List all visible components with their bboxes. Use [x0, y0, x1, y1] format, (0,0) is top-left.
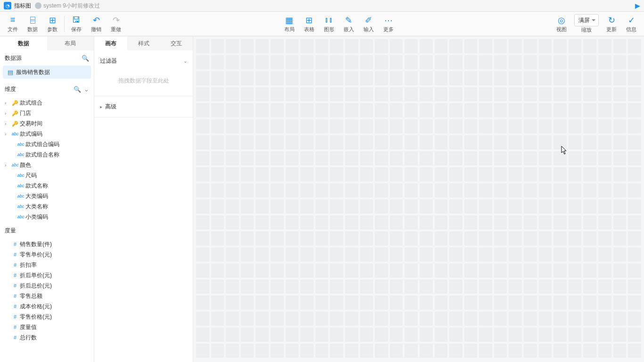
chart-button[interactable]: ⫾⫾图形 — [320, 14, 338, 34]
canvas-cell[interactable] — [271, 312, 284, 326]
canvas-cell[interactable] — [211, 296, 224, 310]
canvas-cell[interactable] — [464, 231, 478, 246]
canvas-cell[interactable] — [360, 135, 373, 149]
canvas-cell[interactable] — [360, 71, 373, 85]
canvas-cell[interactable] — [241, 231, 254, 246]
canvas-cell[interactable] — [628, 231, 641, 246]
canvas-cell[interactable] — [449, 135, 462, 149]
measure-item[interactable]: #销售数量(件) — [0, 239, 94, 249]
canvas-cell[interactable] — [435, 199, 448, 214]
canvas-cell[interactable] — [241, 103, 254, 117]
canvas-cell[interactable] — [211, 263, 224, 278]
canvas-cell[interactable] — [360, 231, 373, 246]
canvas-cell[interactable] — [613, 280, 627, 294]
canvas-cell[interactable] — [330, 199, 343, 214]
canvas-cell[interactable] — [315, 247, 329, 262]
canvas-cell[interactable] — [553, 231, 567, 246]
canvas-cell[interactable] — [449, 296, 462, 310]
design-canvas[interactable] — [193, 36, 644, 362]
canvas-cell[interactable] — [211, 151, 224, 165]
canvas-cell[interactable] — [509, 87, 522, 101]
canvas-cell[interactable] — [315, 167, 329, 181]
canvas-cell[interactable] — [286, 103, 299, 117]
canvas-cell[interactable] — [390, 183, 403, 197]
canvas-cell[interactable] — [598, 328, 611, 342]
canvas-cell[interactable] — [256, 263, 269, 278]
save-button[interactable]: 🖫保存 — [67, 14, 85, 34]
canvas-cell[interactable] — [241, 87, 254, 101]
canvas-cell[interactable] — [524, 247, 537, 262]
canvas-cell[interactable] — [241, 247, 254, 262]
canvas-cell[interactable] — [464, 296, 478, 310]
canvas-cell[interactable] — [375, 119, 388, 133]
canvas-cell[interactable] — [494, 312, 507, 326]
canvas-cell[interactable] — [524, 312, 537, 326]
canvas-cell[interactable] — [286, 296, 299, 310]
canvas-cell[interactable] — [449, 312, 462, 326]
canvas-cell[interactable] — [464, 55, 478, 69]
canvas-cell[interactable] — [583, 103, 596, 117]
canvas-cell[interactable] — [583, 199, 596, 214]
measure-item[interactable]: #度量值 — [0, 322, 94, 332]
canvas-cell[interactable] — [211, 119, 224, 133]
canvas-cell[interactable] — [494, 167, 507, 181]
canvas-cell[interactable] — [390, 215, 403, 230]
canvas-cell[interactable] — [464, 312, 478, 326]
measure-item[interactable]: #折后单价(元) — [0, 270, 94, 280]
canvas-cell[interactable] — [405, 231, 418, 246]
canvas-cell[interactable] — [539, 135, 552, 149]
canvas-cell[interactable] — [330, 183, 343, 197]
measure-item[interactable]: #折后总价(元) — [0, 280, 94, 291]
canvas-cell[interactable] — [613, 55, 627, 69]
canvas-cell[interactable] — [211, 183, 224, 197]
canvas-cell[interactable] — [553, 183, 567, 197]
canvas-cell[interactable] — [553, 135, 567, 149]
dimension-item[interactable]: ›abc颜色 — [0, 160, 94, 170]
canvas-cell[interactable] — [539, 296, 552, 310]
canvas-cell[interactable] — [330, 55, 343, 69]
canvas-cell[interactable] — [405, 71, 418, 85]
canvas-cell[interactable] — [360, 263, 373, 278]
canvas-cell[interactable] — [569, 247, 582, 262]
canvas-cell[interactable] — [583, 344, 596, 358]
canvas-cell[interactable] — [226, 280, 239, 294]
canvas-cell[interactable] — [375, 231, 388, 246]
canvas-cell[interactable] — [345, 312, 358, 326]
canvas-cell[interactable] — [256, 167, 269, 181]
canvas-cell[interactable] — [315, 135, 329, 149]
canvas-cell[interactable] — [420, 55, 433, 69]
canvas-cell[interactable] — [211, 231, 224, 246]
canvas-cell[interactable] — [464, 247, 478, 262]
canvas-cell[interactable] — [390, 344, 403, 358]
canvas-cell[interactable] — [539, 328, 552, 342]
canvas-cell[interactable] — [390, 71, 403, 85]
canvas-cell[interactable] — [300, 103, 314, 117]
canvas-cell[interactable] — [345, 247, 358, 262]
canvas-cell[interactable] — [405, 215, 418, 230]
canvas-cell[interactable] — [330, 167, 343, 181]
canvas-cell[interactable] — [241, 119, 254, 133]
canvas-cell[interactable] — [345, 263, 358, 278]
canvas-cell[interactable] — [330, 119, 343, 133]
canvas-cell[interactable] — [330, 312, 343, 326]
canvas-cell[interactable] — [271, 103, 284, 117]
canvas-cell[interactable] — [524, 39, 537, 53]
canvas-cell[interactable] — [553, 247, 567, 262]
canvas-cell[interactable] — [360, 119, 373, 133]
canvas-cell[interactable] — [196, 328, 209, 342]
canvas-cell[interactable] — [226, 215, 239, 230]
canvas-cell[interactable] — [539, 103, 552, 117]
canvas-cell[interactable] — [271, 151, 284, 165]
canvas-cell[interactable] — [405, 103, 418, 117]
canvas-cell[interactable] — [539, 247, 552, 262]
canvas-cell[interactable] — [300, 263, 314, 278]
canvas-cell[interactable] — [360, 215, 373, 230]
canvas-cell[interactable] — [405, 167, 418, 181]
canvas-cell[interactable] — [226, 151, 239, 165]
canvas-cell[interactable] — [196, 135, 209, 149]
canvas-cell[interactable] — [509, 280, 522, 294]
canvas-cell[interactable] — [241, 312, 254, 326]
canvas-cell[interactable] — [375, 296, 388, 310]
canvas-cell[interactable] — [464, 39, 478, 53]
canvas-cell[interactable] — [583, 247, 596, 262]
